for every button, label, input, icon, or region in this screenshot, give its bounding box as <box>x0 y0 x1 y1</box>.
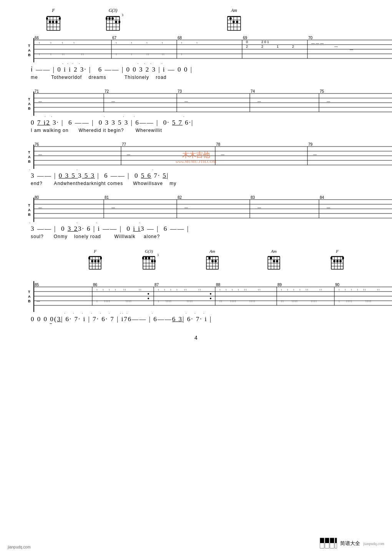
section-3: 木木吉他 www.MUMU.JTH.COM T A B 76 77 78 79 … <box>15 143 377 186</box>
chord-am-1: Am <box>227 8 241 33</box>
svg-text:↑↑↑↑: ↑↑↑↑ <box>186 300 193 303</box>
section-2: T A B 71 72 73 74 75 — — — — — 0 7 i 2̇ … <box>15 90 377 133</box>
svg-text:81: 81 <box>105 196 109 200</box>
bottom-url: jianpudq.com <box>8 545 30 549</box>
svg-point-233 <box>331 257 332 259</box>
svg-text:2: 2 <box>292 45 294 48</box>
svg-text:—: — <box>38 100 42 103</box>
svg-text:↑↑: ↑↑ <box>281 300 284 303</box>
svg-text:↑: ↑ <box>181 41 182 45</box>
svg-text:↑: ↑ <box>196 41 198 45</box>
svg-text:— — —: — — — <box>311 42 324 45</box>
svg-text:—: — <box>327 206 330 210</box>
svg-point-280 <box>210 298 211 299</box>
svg-text:70: 70 <box>308 36 313 40</box>
svg-text:↑↑↑↑: ↑↑↑↑ <box>365 300 371 303</box>
svg-text:↑: ↑ <box>158 288 159 292</box>
site-url: jianpudq.com <box>363 542 384 546</box>
svg-point-205 <box>208 257 211 259</box>
svg-text:↑: ↑ <box>176 288 178 292</box>
chord-g3-1: G(3) 3 <box>106 8 120 33</box>
svg-text:73: 73 <box>178 90 182 93</box>
svg-text:↑: ↑ <box>170 288 171 292</box>
svg-text:↑: ↑ <box>96 288 98 292</box>
svg-text:A: A <box>28 295 31 298</box>
svg-text:↑: ↑ <box>219 288 221 292</box>
lyrics-row-3: end? Andwhenthedarknight comes Whowillsa… <box>31 181 373 186</box>
svg-text:↑: ↑ <box>115 53 117 56</box>
staff-svg-3: T A B 76 77 78 79 — — — — <box>27 143 392 170</box>
svg-text:87: 87 <box>154 283 159 287</box>
svg-point-192 <box>151 260 153 262</box>
svg-text:—: — <box>327 100 330 103</box>
svg-point-29 <box>115 21 117 23</box>
svg-text:↑↑↑↑: ↑↑↑↑ <box>346 300 352 303</box>
svg-text:↑↑↑↑: ↑↑↑↑ <box>291 300 297 303</box>
section-5: F <box>15 249 377 323</box>
svg-text:↑: ↑ <box>131 53 132 56</box>
svg-point-277 <box>148 293 149 295</box>
svg-point-237 <box>342 257 344 259</box>
svg-text:↑↑: ↑↑ <box>319 288 322 292</box>
svg-text:↑↑↑↑: ↑↑↑↑ <box>230 300 236 303</box>
svg-text:85: 85 <box>35 283 39 287</box>
chord-am-3: Am <box>267 249 281 272</box>
svg-text:—: — <box>257 100 261 103</box>
svg-text:—: — <box>221 153 224 157</box>
svg-text:—: — <box>184 206 188 210</box>
svg-text:82: 82 <box>178 196 182 200</box>
svg-text:↑: ↑ <box>164 288 165 292</box>
svg-text:T: T <box>28 97 30 101</box>
svg-point-189 <box>145 257 147 259</box>
svg-text:A: A <box>28 102 31 106</box>
svg-point-175 <box>94 260 96 262</box>
svg-point-177 <box>100 257 102 259</box>
svg-text:T: T <box>28 290 30 294</box>
svg-text:2 0 1: 2 0 1 <box>261 40 269 44</box>
svg-text:B: B <box>28 107 31 110</box>
svg-point-174 <box>91 260 93 262</box>
chord-diagram-g3 <box>106 13 120 32</box>
svg-text:↑: ↑ <box>50 53 51 56</box>
svg-text:83: 83 <box>251 196 255 200</box>
svg-point-14 <box>55 21 58 23</box>
notation-row-5: 0 0 0 0̲ ( 3 | 6̇ · 7̇ · i̇ | 7̇ · 6̇ · … <box>31 315 373 323</box>
svg-text:↑: ↑ <box>38 41 40 45</box>
notation-row-3: 3̇ —— | 0 3 5 3̇ 5 3 | 6 —— | 0 5 6 7̇ ·… <box>31 172 373 180</box>
chord-diagram-f <box>46 13 61 32</box>
svg-point-221 <box>276 260 278 262</box>
svg-text:B: B <box>28 213 31 217</box>
svg-text:75: 75 <box>320 90 324 93</box>
svg-point-13 <box>52 21 54 23</box>
svg-rect-315 <box>330 543 334 548</box>
svg-text:↑: ↑ <box>115 288 116 292</box>
svg-text:↑: ↑ <box>158 300 159 303</box>
this-lonely-text: Thislonely <box>125 75 149 80</box>
svg-text:T: T <box>28 203 30 207</box>
svg-point-173 <box>88 257 90 259</box>
svg-text:↑↑: ↑↑ <box>257 288 261 292</box>
svg-text:—: — <box>38 153 42 157</box>
lyrics-row-2: I am walking on Wheredid it begin? Where… <box>31 128 373 133</box>
svg-text:76: 76 <box>35 143 39 147</box>
svg-point-15 <box>59 17 61 20</box>
svg-rect-313 <box>320 543 324 548</box>
svg-text:—: — <box>350 48 353 52</box>
svg-text:A: A <box>28 155 31 159</box>
staff-svg-4: T A B 80 81 82 83 84 — — — — — <box>27 196 392 223</box>
svg-point-219 <box>270 257 272 259</box>
notation-row-4: 3̇ —— | 0 3 2 3̇ · 6 | i̇ —— | 0 i i 3̇ … <box>31 225 373 233</box>
svg-point-28 <box>111 17 114 20</box>
svg-point-207 <box>214 260 217 262</box>
svg-text:79: 79 <box>308 143 313 147</box>
lyrics-row-4: soul? Onmy lonely road Willlwalk alone? <box>31 234 373 239</box>
svg-text:↑: ↑ <box>115 41 117 45</box>
svg-point-236 <box>339 260 342 262</box>
svg-text:↑↑↑↑: ↑↑↑↑ <box>104 300 110 303</box>
svg-text:↑: ↑ <box>344 288 346 292</box>
page-number: 4 <box>15 335 377 341</box>
bottom-right: 简谱大全 jianpudq.com <box>320 538 384 549</box>
svg-text:↑↑: ↑↑ <box>146 53 149 56</box>
svg-text:69: 69 <box>243 36 247 40</box>
svg-text:↑: ↑ <box>161 41 163 45</box>
